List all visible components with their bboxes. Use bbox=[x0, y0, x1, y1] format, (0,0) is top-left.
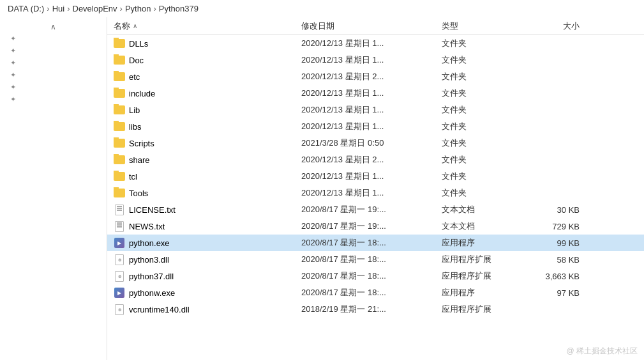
table-row[interactable]: NEWS.txt 2020/8/17 星期一 19:... 文本文档 729 K… bbox=[107, 218, 644, 235]
file-date-cell: 2020/12/13 星期日 1... bbox=[299, 54, 439, 66]
file-size-cell: 58 KB bbox=[522, 255, 586, 265]
folder-icon bbox=[114, 171, 125, 182]
file-type-cell: 文件夹 bbox=[439, 71, 522, 82]
table-row[interactable]: ⚙ vcruntime140.dll 2018/2/19 星期一 21:... … bbox=[107, 301, 644, 318]
file-type-cell: 文件夹 bbox=[439, 54, 522, 66]
sidebar-pin-1[interactable]: ✦ bbox=[0, 33, 107, 45]
file-type-cell: 文件夹 bbox=[439, 154, 522, 166]
table-row[interactable]: Scripts 2021/3/28 星期日 0:50 文件夹 bbox=[107, 135, 644, 151]
exe-icon bbox=[114, 287, 125, 298]
pin-icon-6: ✦ bbox=[10, 95, 16, 104]
sidebar-up-arrow[interactable]: ∧ bbox=[0, 20, 107, 33]
col-header-name[interactable]: 名称 ∧ bbox=[107, 20, 299, 32]
table-row[interactable]: Doc 2020/12/13 星期日 1... 文件夹 bbox=[107, 52, 644, 68]
sidebar-pin-6[interactable]: ✦ bbox=[0, 93, 107, 105]
file-name: vcruntime140.dll bbox=[129, 305, 190, 314]
col-header-type[interactable]: 类型 bbox=[439, 20, 522, 32]
file-name-cell: ⚙ python3.dll bbox=[107, 254, 299, 265]
file-type-cell: 文本文档 bbox=[439, 220, 522, 232]
folder-icon bbox=[114, 187, 125, 199]
file-date-cell: 2020/8/17 星期一 19:... bbox=[299, 204, 439, 215]
sidebar-pin-5[interactable]: ✦ bbox=[0, 81, 107, 93]
file-list[interactable]: DLLs 2020/12/13 星期日 1... 文件夹 Doc 2020/12… bbox=[107, 35, 644, 360]
file-name-cell: python.exe bbox=[107, 237, 299, 249]
file-date-cell: 2020/8/17 星期一 19:... bbox=[299, 220, 439, 232]
file-size-cell: 97 KB bbox=[522, 288, 586, 298]
file-type-cell: 文件夹 bbox=[439, 121, 522, 132]
file-type-cell: 文本文档 bbox=[439, 204, 522, 215]
file-name-cell: ⚙ vcruntime140.dll bbox=[107, 304, 299, 315]
file-name-cell: include bbox=[107, 88, 299, 99]
file-type-cell: 应用程序扩展 bbox=[439, 270, 522, 282]
breadcrumb-item-3[interactable]: Python bbox=[125, 4, 151, 13]
file-date-cell: 2020/8/17 星期一 18:... bbox=[299, 254, 439, 265]
file-type-cell: 文件夹 bbox=[439, 187, 522, 199]
breadcrumb-sep-1: › bbox=[67, 4, 70, 13]
file-name: LICENSE.txt bbox=[129, 205, 176, 215]
file-date-cell: 2020/8/17 星期一 18:... bbox=[299, 270, 439, 282]
file-name-cell: tcl bbox=[107, 171, 299, 182]
pin-icon-4: ✦ bbox=[10, 71, 16, 79]
file-type-cell: 文件夹 bbox=[439, 88, 522, 99]
pin-icon-1: ✦ bbox=[10, 35, 16, 43]
table-row[interactable]: etc 2020/12/13 星期日 2... 文件夹 bbox=[107, 68, 644, 85]
file-type-cell: 文件夹 bbox=[439, 38, 522, 49]
file-name: Scripts bbox=[129, 139, 154, 148]
table-row[interactable]: DLLs 2020/12/13 星期日 1... 文件夹 bbox=[107, 35, 644, 52]
file-size-cell: 99 KB bbox=[522, 238, 586, 248]
file-date-cell: 2020/12/13 星期日 2... bbox=[299, 71, 439, 82]
table-row[interactable]: libs 2020/12/13 星期日 1... 文件夹 bbox=[107, 118, 644, 135]
breadcrumb-item-4[interactable]: Python379 bbox=[159, 4, 198, 13]
file-type-cell: 文件夹 bbox=[439, 104, 522, 116]
breadcrumb-sep-3: › bbox=[153, 4, 156, 13]
table-row[interactable]: Lib 2020/12/13 星期日 1... 文件夹 bbox=[107, 102, 644, 118]
file-name-cell: DLLs bbox=[107, 38, 299, 49]
file-date-cell: 2018/2/19 星期一 21:... bbox=[299, 304, 439, 315]
file-date-cell: 2020/12/13 星期日 2... bbox=[299, 154, 439, 166]
file-name: include bbox=[129, 89, 155, 98]
pin-icon-3: ✦ bbox=[10, 59, 16, 67]
file-date-cell: 2020/12/13 星期日 1... bbox=[299, 121, 439, 132]
file-name-cell: libs bbox=[107, 121, 299, 132]
table-row[interactable]: LICENSE.txt 2020/8/17 星期一 19:... 文本文档 30… bbox=[107, 201, 644, 218]
sidebar-pin-4[interactable]: ✦ bbox=[0, 69, 107, 81]
table-row[interactable]: python.exe 2020/8/17 星期一 18:... 应用程序 99 … bbox=[107, 235, 644, 251]
breadcrumb-item-0[interactable]: DATA (D:) bbox=[8, 4, 44, 13]
file-date-cell: 2020/12/13 星期日 1... bbox=[299, 88, 439, 99]
file-date-cell: 2020/8/17 星期一 18:... bbox=[299, 287, 439, 298]
folder-icon bbox=[114, 154, 125, 166]
breadcrumb-sep-2: › bbox=[120, 4, 123, 13]
sidebar-pin-2[interactable]: ✦ bbox=[0, 45, 107, 57]
table-row[interactable]: include 2020/12/13 星期日 1... 文件夹 bbox=[107, 85, 644, 102]
file-name: share bbox=[129, 155, 150, 165]
table-row[interactable]: tcl 2020/12/13 星期日 1... 文件夹 bbox=[107, 168, 644, 185]
table-row[interactable]: ⚙ python37.dll 2020/8/17 星期一 18:... 应用程序… bbox=[107, 268, 644, 284]
pin-icon-2: ✦ bbox=[10, 47, 16, 55]
table-row[interactable]: share 2020/12/13 星期日 2... 文件夹 bbox=[107, 151, 644, 168]
breadcrumb-item-2[interactable]: DevelopEnv bbox=[73, 4, 117, 13]
breadcrumb-item-1[interactable]: Hui bbox=[52, 4, 65, 13]
table-row[interactable]: pythonw.exe 2020/8/17 星期一 18:... 应用程序 97… bbox=[107, 284, 644, 301]
file-name-cell: share bbox=[107, 154, 299, 166]
file-name-cell: Lib bbox=[107, 104, 299, 116]
file-name: libs bbox=[129, 122, 142, 132]
txt-icon bbox=[114, 220, 125, 232]
file-size-cell: 30 KB bbox=[522, 205, 586, 215]
folder-icon bbox=[114, 104, 125, 116]
folder-icon bbox=[114, 54, 125, 66]
folder-icon bbox=[114, 71, 125, 82]
col-header-size[interactable]: 大小 bbox=[522, 20, 586, 32]
sidebar-pin-3[interactable]: ✦ bbox=[0, 57, 107, 69]
file-date-cell: 2020/12/13 星期日 1... bbox=[299, 104, 439, 116]
file-size-cell: 729 KB bbox=[522, 222, 586, 231]
col-header-date[interactable]: 修改日期 bbox=[299, 20, 439, 32]
pin-icon-5: ✦ bbox=[10, 83, 16, 91]
table-row[interactable]: Tools 2020/12/13 星期日 1... 文件夹 bbox=[107, 185, 644, 201]
table-row[interactable]: ⚙ python3.dll 2020/8/17 星期一 18:... 应用程序扩… bbox=[107, 251, 644, 268]
file-name: tcl bbox=[129, 172, 137, 182]
file-date-cell: 2021/3/28 星期日 0:50 bbox=[299, 137, 439, 149]
column-headers: 名称 ∧ 修改日期 类型 大小 bbox=[107, 17, 644, 35]
file-name: Doc bbox=[129, 56, 144, 65]
file-name-cell: Doc bbox=[107, 54, 299, 66]
file-name: Lib bbox=[129, 105, 140, 115]
